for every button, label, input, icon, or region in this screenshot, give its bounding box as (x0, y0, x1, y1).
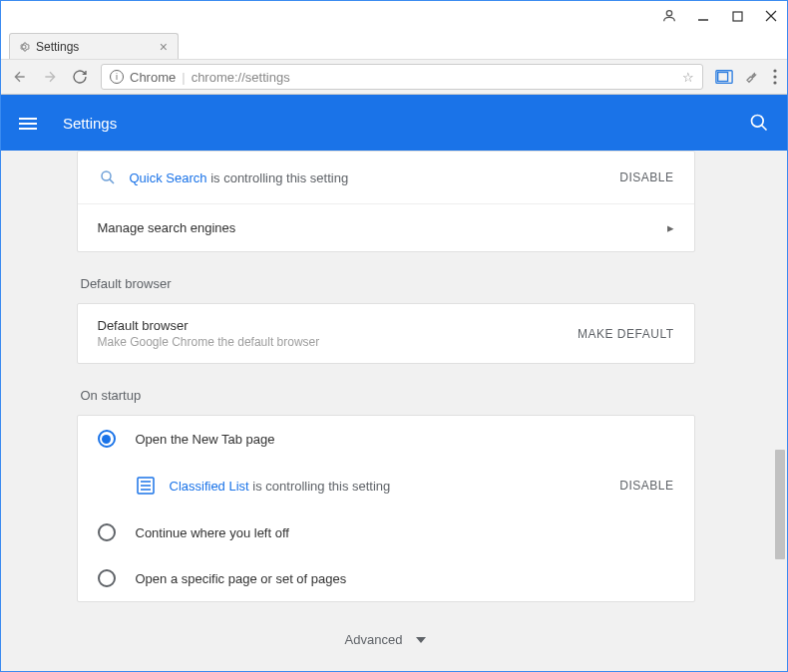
manage-search-engines-label: Manage search engines (98, 220, 236, 235)
gear-icon (18, 41, 30, 53)
reload-button[interactable] (71, 68, 89, 86)
svg-rect-2 (733, 12, 742, 21)
default-browser-subtitle: Make Google Chrome the default browser (98, 335, 320, 349)
forward-button[interactable] (41, 68, 59, 86)
extension-name-link[interactable]: Quick Search (130, 170, 207, 185)
chevron-down-icon (416, 637, 426, 643)
svg-point-0 (666, 11, 671, 16)
default-browser-card: Default browser Make Google Chrome the d… (77, 303, 695, 364)
scrollbar[interactable] (770, 151, 787, 671)
menu-button[interactable] (773, 69, 777, 85)
on-startup-card: Open the New Tab page Classified List is… (77, 415, 695, 602)
disable-extension-button[interactable]: DISABLE (619, 479, 673, 493)
radio-checked-icon (98, 430, 116, 448)
default-browser-title: Default browser (98, 318, 320, 333)
svg-line-13 (109, 179, 113, 183)
manage-search-engines-row[interactable]: Manage search engines ▸ (78, 204, 694, 251)
startup-option-continue[interactable]: Continue where you left off (78, 509, 694, 555)
default-browser-row: Default browser Make Google Chrome the d… (78, 304, 694, 363)
site-info-icon[interactable]: i (110, 70, 124, 84)
quick-search-extension-icon (98, 168, 118, 187)
svg-line-11 (762, 126, 767, 131)
classified-list-extension-icon (136, 476, 156, 496)
radio-unchecked-icon (98, 523, 116, 541)
tab-bar: Settings × (1, 31, 787, 59)
extension-wrench-icon[interactable] (745, 69, 761, 85)
browser-tab-settings[interactable]: Settings × (9, 33, 179, 59)
url-scheme-label: Chrome (130, 70, 176, 85)
back-button[interactable] (11, 68, 29, 86)
menu-icon[interactable] (19, 115, 39, 131)
bookmark-star-icon[interactable]: ☆ (682, 70, 694, 85)
startup-extension-notice: Classified List is controlling this sett… (78, 462, 694, 509)
disable-extension-button[interactable]: DISABLE (619, 170, 673, 184)
tab-title: Settings (36, 40, 79, 54)
scrollbar-thumb[interactable] (775, 450, 785, 559)
advanced-toggle[interactable]: Advanced (77, 602, 695, 657)
on-startup-section-title: On startup (77, 364, 695, 415)
startup-option-label: Open a specific page or set of pages (136, 571, 347, 586)
address-bar: i Chrome | chrome://settings ☆ (1, 59, 787, 95)
tab-close-icon[interactable]: × (160, 39, 168, 55)
search-icon[interactable] (749, 113, 769, 133)
page-title: Settings (63, 115, 117, 132)
close-button[interactable] (763, 8, 779, 24)
svg-point-12 (102, 171, 111, 180)
svg-point-7 (773, 69, 776, 72)
startup-option-newtab[interactable]: Open the New Tab page (78, 416, 694, 462)
minimize-button[interactable] (695, 8, 711, 24)
svg-rect-6 (718, 73, 728, 82)
advanced-label: Advanced (345, 632, 403, 647)
default-browser-section-title: Default browser (77, 252, 695, 303)
svg-point-9 (773, 81, 776, 84)
radio-unchecked-icon (98, 569, 116, 587)
maximize-button[interactable] (729, 8, 745, 24)
url-text: chrome://settings (192, 70, 290, 85)
panel-icon[interactable] (715, 69, 733, 85)
settings-header: Settings (1, 95, 787, 151)
search-engine-card: Quick Search is controlling this setting… (77, 151, 695, 252)
window-titlebar (1, 1, 787, 31)
url-field[interactable]: i Chrome | chrome://settings ☆ (101, 64, 703, 90)
svg-point-8 (773, 75, 776, 78)
chevron-right-icon: ▸ (667, 220, 674, 235)
svg-point-10 (752, 116, 764, 128)
extension-name-link[interactable]: Classified List (170, 479, 249, 494)
make-default-button[interactable]: MAKE DEFAULT (578, 327, 673, 341)
startup-option-specific[interactable]: Open a specific page or set of pages (78, 555, 694, 601)
account-icon[interactable] (661, 8, 677, 24)
search-engine-extension-notice: Quick Search is controlling this setting… (78, 152, 694, 204)
startup-option-label: Continue where you left off (136, 525, 289, 540)
startup-option-label: Open the New Tab page (136, 432, 275, 447)
settings-content: Quick Search is controlling this setting… (1, 151, 770, 671)
